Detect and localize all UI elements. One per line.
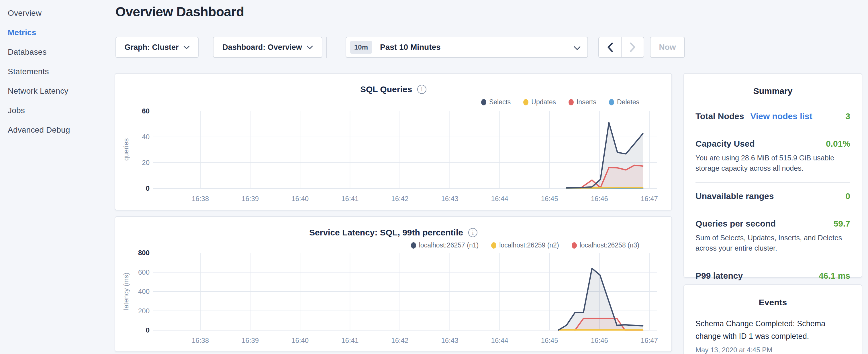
chart-legend: localhost:26257 (n1)localhost:26259 (n2)… [411,242,639,249]
summary-row-head: P99 latency46.1 ms [695,271,850,281]
summary-label: P99 latency [695,271,743,281]
summary-row-total-nodes: Total NodesView nodes list3 [695,103,850,130]
now-button[interactable]: Now [650,37,685,58]
legend-label: Deletes [617,98,639,106]
summary-row-head: Unavailable ranges0 [695,191,850,201]
sidebar-item-databases[interactable]: Databases [8,42,113,62]
legend-label: Inserts [577,98,596,106]
x-axis-tick: 16:46 [580,336,620,345]
legend-dot-icon [572,242,577,249]
summary-row-head: Total NodesView nodes list3 [695,111,850,121]
sidebar: OverviewMetricsDatabasesStatementsNetwor… [0,0,113,354]
time-window-dropdown[interactable]: 10m Past 10 Minutes [346,37,588,58]
chevron-left-icon [607,42,613,52]
summary-value: 0 [845,191,850,201]
legend-dot-icon [523,99,528,105]
event-text: Schema Change Completed: Schema change w… [695,318,850,343]
legend-label: localhost:26259 (n2) [499,242,559,249]
y-axis-tick: 20 [115,158,150,167]
chart-title-row: Service Latency: SQL, 99th percentilei [115,228,672,237]
chart-card-service-latency: Service Latency: SQL, 99th percentileilo… [115,216,672,352]
controls-divider [326,37,327,58]
x-axis-tick: 16:43 [430,195,470,203]
x-axis-tick: 16:40 [280,336,320,345]
x-axis-tick: 16:39 [230,336,270,345]
x-axis-tick: 16:43 [430,336,470,345]
y-axis-tick: 600 [115,268,150,277]
sidebar-item-metrics[interactable]: Metrics [8,23,113,42]
legend-item[interactable]: localhost:26259 (n2) [491,242,559,249]
chevron-down-icon [183,45,190,49]
info-icon[interactable]: i [468,228,477,237]
x-axis-tick: 16:44 [480,336,520,345]
now-button-label: Now [659,43,676,52]
chart-title-row: SQL Queriesi [115,85,672,94]
summary-row-unavailable-ranges: Unavailable ranges0 [695,182,850,210]
time-window-label: Past 10 Minutes [380,43,441,52]
summary-value: 59.7 [834,219,850,229]
x-axis-tick: 16:47 [629,336,670,345]
legend-item[interactable]: localhost:26257 (n1) [411,242,478,249]
chart-legend: SelectsUpdatesInsertsDeletes [481,98,639,106]
legend-dot-icon [491,242,496,249]
y-axis-tick: 60 [115,106,150,116]
legend-label: localhost:26257 (n1) [419,242,478,249]
x-axis-tick: 16:45 [530,195,570,203]
next-time-button[interactable] [622,37,644,57]
prev-time-button[interactable] [599,37,621,57]
chevron-down-icon [574,46,581,50]
legend-label: localhost:26258 (n3) [580,242,639,249]
chart-title: Service Latency: SQL, 99th percentile [309,228,463,237]
x-axis-tick: 16:44 [480,195,520,203]
y-axis-tick: 800 [115,248,150,257]
legend-item[interactable]: Inserts [568,98,596,106]
summary-value: 46.1 ms [819,271,850,281]
y-axis-label: queries [122,121,130,178]
chevron-right-icon [630,42,636,52]
summary-row-head: Capacity Used0.01% [695,139,850,149]
chart-plot-area[interactable] [115,250,673,336]
summary-label: Queries per second [695,219,776,229]
sidebar-item-jobs[interactable]: Jobs [8,101,113,120]
y-axis-tick: 200 [115,307,150,316]
legend-dot-icon [609,99,614,105]
view-nodes-list-link[interactable]: View nodes list [750,111,812,121]
summary-description: You are using 28.6 MiB of 515.9 GiB usab… [695,153,850,173]
summary-row-head: Queries per second59.7 [695,219,850,229]
legend-label: Updates [531,98,556,106]
chevron-down-icon [307,45,313,49]
summary-label: Capacity Used [695,139,755,149]
dashboard-dropdown[interactable]: Dashboard: Overview [213,37,322,58]
legend-label: Selects [489,98,510,106]
x-axis-tick: 16:40 [280,195,320,203]
x-axis-tick: 16:47 [629,195,670,203]
page-title: Overview Dashboard [116,4,244,20]
legend-item[interactable]: Deletes [609,98,639,106]
y-axis-label: latency (ms) [122,263,130,320]
summary-description: Sum of Selects, Updates, Inserts, and De… [695,232,850,254]
legend-item[interactable]: Updates [523,98,556,106]
x-axis-tick: 16:38 [180,336,220,345]
chart-plot-area[interactable] [115,108,673,194]
legend-dot-icon [481,99,486,105]
time-window-badge: 10m [350,41,372,54]
events-panel: Events Schema Change Completed: Schema c… [683,284,862,354]
x-axis-tick: 16:42 [380,336,420,345]
y-axis-tick: 0 [115,184,150,193]
chart-title: SQL Queries [360,85,412,94]
graph-dropdown[interactable]: Graph: Cluster [116,37,198,58]
sidebar-item-advanced-debug[interactable]: Advanced Debug [8,120,113,140]
summary-heading: Summary [695,86,850,96]
sidebar-item-network-latency[interactable]: Network Latency [8,81,113,101]
sidebar-item-statements[interactable]: Statements [8,62,113,81]
info-icon[interactable]: i [417,85,426,94]
y-axis-tick: 0 [115,326,150,335]
sidebar-item-overview[interactable]: Overview [8,3,113,23]
legend-item[interactable]: localhost:26258 (n3) [572,242,639,249]
legend-item[interactable]: Selects [481,98,510,106]
graph-dropdown-label: Graph: Cluster [124,43,179,52]
y-axis-tick: 40 [115,132,150,141]
summary-row-queries-per-second: Queries per second59.7Sum of Selects, Up… [695,210,850,262]
legend-dot-icon [568,99,574,105]
event-item[interactable]: Schema Change Completed: Schema change w… [695,318,850,354]
